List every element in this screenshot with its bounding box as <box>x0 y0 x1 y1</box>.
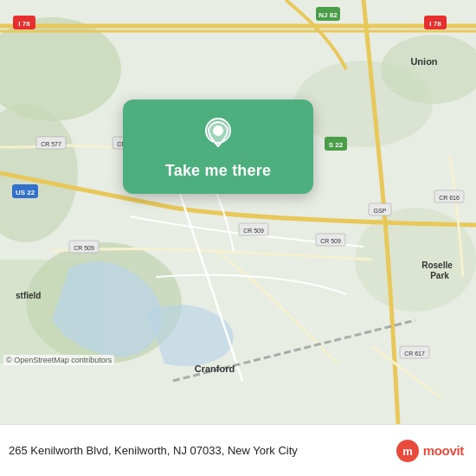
svg-text:NJ 82: NJ 82 <box>318 11 338 19</box>
svg-text:Union: Union <box>410 56 437 67</box>
copyright-text: © OpenStreetMap contributors <box>3 355 114 365</box>
address-text: 265 Kenilworth Blvd, Kenilworth, NJ 0703… <box>9 444 396 457</box>
svg-text:CR 577: CR 577 <box>41 141 61 147</box>
svg-text:US 22: US 22 <box>16 189 35 196</box>
svg-text:CR 509: CR 509 <box>243 228 264 234</box>
svg-text:stfield: stfield <box>16 291 41 300</box>
bottom-bar: 265 Kenilworth Blvd, Kenilworth, NJ 0703… <box>0 424 476 476</box>
svg-text:S 22: S 22 <box>329 141 344 149</box>
svg-text:CR 509: CR 509 <box>320 238 341 244</box>
svg-text:CR 509: CR 509 <box>74 245 94 251</box>
svg-text:CR 616: CR 616 <box>439 195 460 201</box>
svg-text:CR 617: CR 617 <box>404 351 425 357</box>
moovit-logo: m moovit <box>396 439 464 463</box>
svg-point-41 <box>214 126 222 135</box>
svg-text:Roselle: Roselle <box>421 261 453 270</box>
svg-text:Park: Park <box>430 271 449 280</box>
svg-text:I 78: I 78 <box>18 20 30 28</box>
svg-text:m: m <box>402 445 413 458</box>
map-container: I 78 I 78 NJ 82 S 22 US 22 CR 577 CR 577… <box>0 0 476 424</box>
svg-text:Cranford: Cranford <box>195 363 235 374</box>
moovit-label: moovit <box>423 443 464 458</box>
svg-text:I 78: I 78 <box>429 20 441 28</box>
tooltip-card: Take me there <box>123 100 313 194</box>
moovit-icon: m <box>396 439 420 463</box>
svg-text:GSP: GSP <box>374 208 387 214</box>
take-me-there-button[interactable]: Take me there <box>165 162 271 180</box>
location-pin-icon <box>199 115 237 153</box>
